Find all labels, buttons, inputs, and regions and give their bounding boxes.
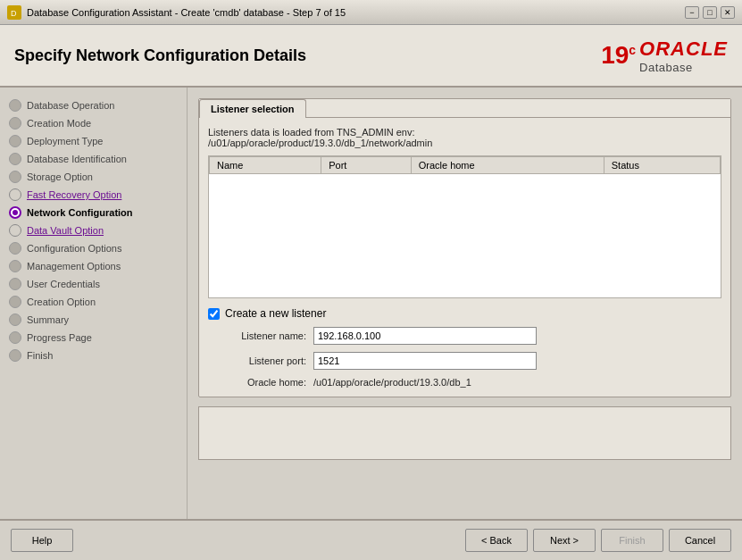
col-port: Port <box>321 157 411 174</box>
sidebar-icon-summary <box>9 313 21 326</box>
footer: Help < Back Next > Finish Cancel <box>0 519 742 560</box>
bottom-area <box>198 406 731 460</box>
sidebar-item-creation-option: Creation Option <box>0 293 187 311</box>
sidebar-label-fast-recovery-option: Fast Recovery Option <box>27 189 121 200</box>
svg-text:D: D <box>11 9 17 18</box>
main-content: Database Operation Creation Mode Deploym… <box>0 88 742 519</box>
create-listener-checkbox[interactable] <box>208 308 220 320</box>
oracle-version: 19c <box>601 41 636 70</box>
col-oracle-home: Oracle home <box>411 157 604 174</box>
sidebar-icon-storage-option <box>9 171 21 183</box>
oracle-home-label: Oracle home: <box>208 377 306 388</box>
sidebar-icon-database-identification <box>9 153 21 165</box>
back-label: < Back <box>481 535 512 546</box>
finish-label: Finish <box>619 535 645 546</box>
sidebar: Database Operation Creation Mode Deploym… <box>0 88 188 519</box>
app-icon: D <box>7 5 21 20</box>
listener-port-input[interactable] <box>313 352 537 370</box>
listener-table-wrapper: Name Port Oracle home Status <box>208 155 721 298</box>
oracle-home-row: Oracle home: /u01/app/oracle/product/19.… <box>208 377 721 388</box>
minimize-button[interactable]: − <box>685 6 699 19</box>
sidebar-item-database-operation: Database Operation <box>0 96 187 114</box>
sidebar-item-database-identification: Database Identification <box>0 150 187 168</box>
sidebar-icon-management-options <box>9 260 21 272</box>
sidebar-label-user-credentials: User Credentials <box>27 279 100 289</box>
finish-button[interactable]: Finish <box>601 529 663 552</box>
sidebar-icon-creation-option <box>9 296 21 308</box>
right-panel: Listener selection Listeners data is loa… <box>188 88 742 519</box>
listener-port-label: Listener port: <box>208 355 306 366</box>
sidebar-icon-network-configuration <box>9 206 21 219</box>
sidebar-label-finish: Finish <box>27 350 53 361</box>
sidebar-item-management-options: Management Options <box>0 257 187 275</box>
next-label: Next > <box>550 535 579 546</box>
header: Specify Network Configuration Details 19… <box>0 25 742 88</box>
oracle-db-label: Database <box>639 61 693 74</box>
create-listener-label[interactable]: Create a new listener <box>225 307 326 320</box>
sidebar-item-user-credentials: User Credentials <box>0 275 187 293</box>
sidebar-item-storage-option: Storage Option <box>0 168 187 186</box>
cancel-button[interactable]: Cancel <box>669 529 731 552</box>
help-button[interactable]: Help <box>11 529 73 552</box>
listener-info-line2: /u01/app/oracle/product/19.3.0/db_1/netw… <box>208 138 432 148</box>
sidebar-icon-database-operation <box>9 99 21 112</box>
tab-listener-selection[interactable]: Listener selection <box>199 99 306 118</box>
tab-content: Listeners data is loaded from TNS_ADMIN … <box>199 118 730 397</box>
sidebar-label-storage-option: Storage Option <box>27 171 93 182</box>
listener-info-line1: Listeners data is loaded from TNS_ADMIN … <box>208 127 415 138</box>
sidebar-item-finish: Finish <box>0 347 187 364</box>
next-button[interactable]: Next > <box>533 529 596 552</box>
oracle-brand: ORACLE Database <box>639 38 728 74</box>
sidebar-label-database-identification: Database Identification <box>27 154 127 164</box>
listener-table: Name Port Oracle home Status <box>209 156 721 174</box>
sidebar-icon-user-credentials <box>9 278 21 290</box>
sidebar-icon-finish <box>9 349 21 362</box>
sidebar-item-configuration-options: Configuration Options <box>0 239 187 257</box>
listener-info: Listeners data is loaded from TNS_ADMIN … <box>208 127 721 148</box>
back-button[interactable]: < Back <box>465 529 528 552</box>
sidebar-label-network-configuration: Network Configuration <box>27 207 133 218</box>
sidebar-item-data-vault-option[interactable]: Data Vault Option <box>0 221 187 239</box>
listener-name-input[interactable] <box>313 327 537 345</box>
col-status: Status <box>604 157 720 174</box>
close-button[interactable]: ✕ <box>721 6 735 19</box>
maximize-button[interactable]: □ <box>703 6 717 19</box>
sidebar-label-deployment-type: Deployment Type <box>27 136 103 146</box>
sidebar-label-configuration-options: Configuration Options <box>27 243 121 254</box>
oracle-name: ORACLE <box>639 38 728 61</box>
listener-port-row: Listener port: <box>208 352 721 370</box>
sidebar-item-deployment-type: Deployment Type <box>0 132 187 150</box>
window-controls: − □ ✕ <box>685 6 735 19</box>
sidebar-icon-deployment-type <box>9 135 21 147</box>
sidebar-item-summary: Summary <box>0 311 187 329</box>
create-listener-section: Create a new listener <box>208 307 721 320</box>
sidebar-label-summary: Summary <box>27 314 69 325</box>
sidebar-item-network-configuration: Network Configuration <box>0 204 187 221</box>
title-bar: D Database Configuration Assistant - Cre… <box>0 0 742 25</box>
oracle-home-value: /u01/app/oracle/product/19.3.0/db_1 <box>313 377 471 388</box>
sidebar-item-progress-page: Progress Page <box>0 329 187 347</box>
sidebar-icon-creation-mode <box>9 117 21 130</box>
col-name: Name <box>210 157 321 174</box>
cancel-label: Cancel <box>685 535 715 546</box>
sidebar-label-data-vault-option: Data Vault Option <box>27 225 104 236</box>
sidebar-label-progress-page: Progress Page <box>27 332 92 343</box>
tab-header: Listener selection <box>199 99 730 118</box>
sidebar-icon-fast-recovery-option <box>9 188 21 201</box>
sidebar-label-creation-mode: Creation Mode <box>27 118 91 129</box>
footer-right-buttons: < Back Next > Finish Cancel <box>465 529 731 552</box>
page-title: Specify Network Configuration Details <box>14 46 306 65</box>
listener-name-label: Listener name: <box>208 330 306 341</box>
sidebar-icon-progress-page <box>9 331 21 344</box>
window-title: Database Configuration Assistant - Creat… <box>27 7 685 18</box>
sidebar-item-creation-mode: Creation Mode <box>0 114 187 132</box>
sidebar-label-database-operation: Database Operation <box>27 100 114 111</box>
listener-tab-container: Listener selection Listeners data is loa… <box>198 98 731 397</box>
listener-name-row: Listener name: <box>208 327 721 345</box>
sidebar-icon-data-vault-option <box>9 224 21 237</box>
sidebar-icon-configuration-options <box>9 242 21 255</box>
oracle-logo: 19c ORACLE Database <box>601 38 728 74</box>
sidebar-item-fast-recovery-option[interactable]: Fast Recovery Option <box>0 186 187 204</box>
sidebar-label-creation-option: Creation Option <box>27 297 96 307</box>
help-label: Help <box>32 535 53 546</box>
